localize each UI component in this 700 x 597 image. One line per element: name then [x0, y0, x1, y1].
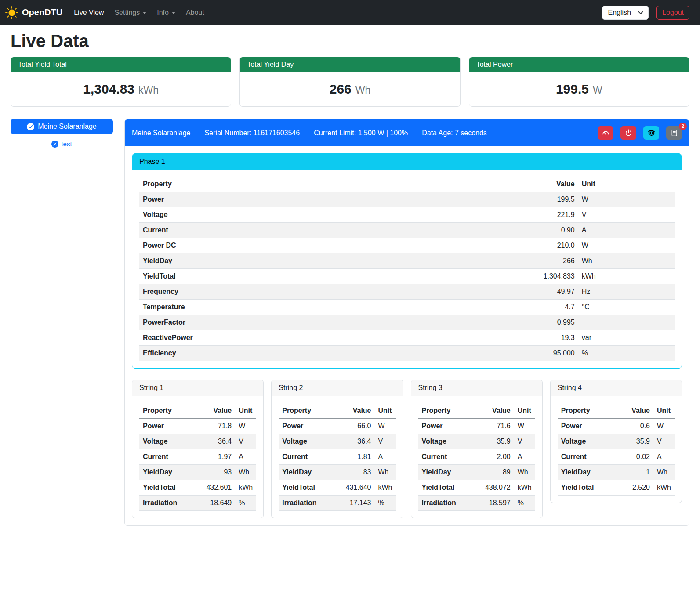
unit-cell: Wh	[235, 465, 256, 480]
column-header-unit: Unit	[375, 403, 396, 419]
power-icon	[625, 129, 632, 137]
column-header-unit: Unit	[653, 403, 675, 419]
value-cell: 431.640	[337, 480, 374, 496]
property-cell: PowerFactor	[139, 315, 493, 330]
value-cell: 35.9	[477, 434, 514, 449]
string-title: String 3	[411, 380, 542, 396]
table-header-row: Property Value Unit	[139, 403, 256, 419]
column-header-property: Property	[279, 403, 337, 419]
table-row: Power 71.6 W	[418, 419, 535, 434]
inverter-info-button[interactable]	[643, 126, 659, 140]
value-cell: 93	[198, 465, 235, 480]
table-header-row: Property Value Unit	[418, 403, 535, 419]
nav-about[interactable]: About	[181, 5, 210, 20]
inverter-name-label: Meine Solaranlage	[38, 123, 96, 130]
strings-row: String 1 Property Value Unit	[132, 380, 682, 518]
summary-cards-row: Total Yield Total 1,304.83 kWh Total Yie…	[11, 57, 689, 107]
column-header-property: Property	[139, 403, 198, 419]
summary-card-total-power: Total Power 199.5 W	[469, 57, 689, 107]
value-cell: 0.995	[493, 315, 578, 330]
nav-settings-dropdown[interactable]: Settings	[109, 5, 152, 20]
property-cell: Voltage	[139, 207, 493, 223]
summary-card-body: 266 Wh	[240, 72, 460, 106]
column-header-value: Value	[477, 403, 514, 419]
inverter-select-button-active[interactable]: Meine Solaranlage	[11, 119, 113, 134]
limit-settings-button[interactable]	[598, 126, 613, 140]
table-row: YieldDay 93 Wh	[139, 465, 256, 480]
data-age: Data Age: 7 seconds	[422, 129, 487, 137]
table-row: Voltage 221.9 V	[139, 207, 675, 223]
journal-list-icon	[671, 129, 678, 137]
string-title: String 4	[551, 380, 682, 396]
value-cell: 4.7	[493, 300, 578, 315]
property-cell: YieldTotal	[139, 269, 493, 284]
value-cell: 18.597	[477, 496, 514, 511]
nav-label: Settings	[114, 9, 140, 17]
table-row: Voltage 36.4 V	[139, 434, 256, 449]
unit-cell: kWh	[653, 480, 675, 496]
summary-card-title: Total Power	[469, 57, 689, 72]
table-row: Frequency 49.97 Hz	[139, 284, 675, 300]
unit-cell: var	[578, 330, 675, 346]
event-log-button[interactable]: 2	[666, 126, 682, 140]
logout-button[interactable]: Logout	[656, 6, 689, 20]
value-cell: 95.000	[493, 346, 578, 361]
value-cell: 49.97	[493, 284, 578, 300]
inverter-select-item-test[interactable]: test	[11, 140, 113, 148]
inverter-panel: Meine Solaranlage Serial Number: 1161716…	[124, 119, 689, 526]
nav-label: About	[186, 9, 204, 17]
value-cell: 1	[616, 465, 653, 480]
table-row: Efficiency 95.000 %	[139, 346, 675, 361]
caret-down-icon	[172, 12, 175, 14]
property-cell: YieldTotal	[139, 480, 198, 496]
table-row: YieldDay 83 Wh	[279, 465, 395, 480]
string-card-body: Property Value Unit Power	[551, 396, 682, 503]
property-cell: YieldDay	[279, 465, 337, 480]
summary-value: 199.5	[556, 82, 589, 97]
table-row: Power 71.8 W	[139, 419, 256, 434]
value-cell: 2.00	[477, 449, 514, 465]
unit-cell: kWh	[375, 480, 396, 496]
inverter-panel-body: Phase 1 Property Value Unit	[125, 146, 689, 525]
table-row: YieldTotal 438.072 kWh	[418, 480, 535, 496]
nav-info-dropdown[interactable]: Info	[152, 5, 181, 20]
unit-cell: Wh	[514, 465, 535, 480]
chevron-down-icon	[638, 9, 643, 14]
unit-cell: W	[235, 419, 256, 434]
x-circle-icon	[51, 141, 58, 148]
value-cell: 199.5	[493, 192, 578, 207]
power-settings-button[interactable]	[620, 126, 636, 140]
navbar: OpenDTU Live View Settings Info About En…	[0, 0, 700, 25]
table-row: Irradiation 18.597 %	[418, 496, 535, 511]
nav-live-view[interactable]: Live View	[69, 5, 109, 20]
string-card-3: String 3 Property Value Unit	[411, 380, 543, 518]
navbar-right: English Logout	[602, 6, 689, 20]
property-cell: Frequency	[139, 284, 493, 300]
table-row: Power 199.5 W	[139, 192, 675, 207]
unit-cell: %	[514, 496, 535, 511]
unit-cell: V	[578, 207, 675, 223]
table-row: YieldTotal 431.640 kWh	[279, 480, 395, 496]
phase-title: Phase 1	[132, 154, 682, 170]
table-row: YieldTotal 432.601 kWh	[139, 480, 256, 496]
table-header-row: Property Value Unit	[558, 403, 675, 419]
property-cell: YieldDay	[418, 465, 477, 480]
property-cell: Voltage	[418, 434, 477, 449]
property-cell: YieldTotal	[558, 480, 616, 496]
speedometer-icon	[602, 129, 609, 137]
column-header-unit: Unit	[578, 177, 675, 192]
unit-cell: W	[578, 238, 675, 253]
panel-action-buttons: 2	[598, 126, 682, 140]
column-header-property: Property	[558, 403, 616, 419]
summary-unit: W	[593, 84, 602, 96]
summary-card-body: 199.5 W	[469, 72, 689, 106]
property-cell: Efficiency	[139, 346, 493, 361]
unit-cell: A	[653, 449, 675, 465]
value-cell: 1,304.833	[493, 269, 578, 284]
language-select[interactable]: English	[602, 6, 649, 20]
brand[interactable]: OpenDTU	[5, 6, 62, 19]
property-cell: YieldDay	[139, 465, 198, 480]
value-cell: 89	[477, 465, 514, 480]
property-cell: Current	[139, 449, 198, 465]
property-cell: Voltage	[558, 434, 616, 449]
